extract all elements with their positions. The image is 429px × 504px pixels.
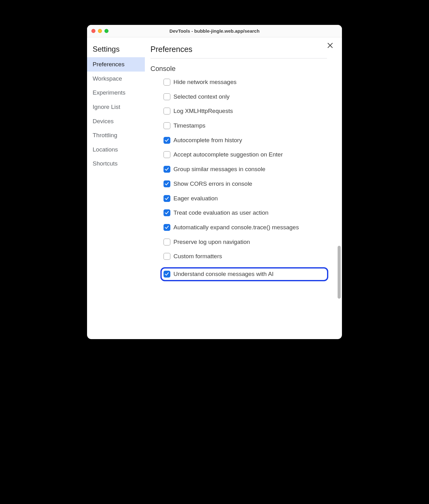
option-label: Understand console messages with AI — [173, 270, 323, 278]
option-label: Custom formatters — [173, 253, 327, 260]
checkbox[interactable] — [164, 271, 170, 278]
sidebar-item-label: Throttling — [93, 132, 117, 138]
option-label: Group similar messages in console — [173, 166, 327, 173]
sidebar-item-label: Experiments — [93, 89, 126, 96]
page-title: Preferences — [150, 45, 327, 58]
window-title: DevTools - bubble-jingle.web.app/search — [87, 28, 342, 34]
option-row: Group similar messages in console — [164, 166, 327, 173]
option-row: Show CORS errors in console — [164, 180, 327, 188]
sidebar-item-label: Ignore List — [93, 104, 120, 110]
checkbox[interactable] — [164, 166, 170, 173]
option-row: Autocomplete from history — [164, 137, 327, 144]
option-label: Automatically expand console.trace() mes… — [173, 224, 327, 231]
option-label: Hide network messages — [173, 78, 327, 86]
checkbox[interactable] — [164, 253, 170, 260]
sidebar-item-preferences[interactable]: Preferences — [87, 57, 145, 72]
option-row: Log XMLHttpRequests — [164, 107, 327, 115]
option-label: Selected context only — [173, 93, 327, 101]
option-row: Understand console messages with AI — [160, 267, 328, 281]
sidebar-item-throttling[interactable]: Throttling — [87, 128, 145, 142]
titlebar: DevTools - bubble-jingle.web.app/search — [87, 25, 342, 37]
sidebar-item-devices[interactable]: Devices — [87, 114, 145, 128]
preferences-pane: Preferences Console Hide network message… — [145, 37, 342, 339]
option-label: Log XMLHttpRequests — [173, 107, 327, 115]
option-label: Show CORS errors in console — [173, 180, 327, 188]
settings-sidebar: Settings PreferencesWorkspaceExperiments… — [87, 37, 145, 339]
checkbox[interactable] — [164, 79, 170, 86]
zoom-window-button[interactable] — [104, 29, 108, 33]
sidebar-item-label: Preferences — [93, 61, 124, 68]
settings-panel: Settings PreferencesWorkspaceExperiments… — [87, 37, 342, 339]
sidebar-item-ignore-list[interactable]: Ignore List — [87, 100, 145, 114]
sidebar-item-workspace[interactable]: Workspace — [87, 72, 145, 86]
sidebar-item-label: Locations — [93, 146, 118, 153]
option-row: Treat code evaluation as user action — [164, 209, 327, 217]
scrollbar-track — [338, 100, 341, 330]
option-row: Selected context only — [164, 93, 327, 101]
option-row: Hide network messages — [164, 78, 327, 86]
checkbox[interactable] — [164, 137, 170, 144]
option-row: Automatically expand console.trace() mes… — [164, 224, 327, 231]
option-label: Accept autocomplete suggestion on Enter — [173, 151, 327, 159]
sidebar-item-label: Devices — [93, 118, 114, 124]
option-label: Autocomplete from history — [173, 137, 327, 144]
checkbox[interactable] — [164, 93, 170, 100]
option-label: Eager evaluation — [173, 195, 327, 203]
settings-heading: Settings — [87, 45, 145, 57]
option-row: Accept autocomplete suggestion on Enter — [164, 151, 327, 159]
checkbox[interactable] — [164, 239, 170, 245]
scrollbar-thumb[interactable] — [338, 246, 341, 299]
checkbox[interactable] — [164, 195, 170, 202]
sidebar-item-locations[interactable]: Locations — [87, 142, 145, 157]
checkbox[interactable] — [164, 209, 170, 216]
checkbox[interactable] — [164, 108, 170, 114]
checkbox[interactable] — [164, 122, 170, 129]
section-title-console: Console — [150, 65, 327, 73]
devtools-window: DevTools - bubble-jingle.web.app/search … — [87, 25, 342, 339]
option-label: Preserve log upon navigation — [173, 238, 327, 246]
option-label: Treat code evaluation as user action — [173, 209, 327, 217]
option-label: Timestamps — [173, 122, 327, 130]
checkbox[interactable] — [164, 180, 170, 187]
option-row: Custom formatters — [164, 253, 327, 260]
option-row: Preserve log upon navigation — [164, 238, 327, 246]
close-window-button[interactable] — [91, 29, 95, 33]
option-row: Eager evaluation — [164, 195, 327, 203]
checkbox[interactable] — [164, 224, 170, 231]
minimize-window-button[interactable] — [98, 29, 102, 33]
checkbox[interactable] — [164, 151, 170, 158]
sidebar-item-shortcuts[interactable]: Shortcuts — [87, 156, 145, 171]
sidebar-item-label: Shortcuts — [93, 160, 118, 167]
traffic-lights — [91, 29, 108, 33]
option-row: Timestamps — [164, 122, 327, 130]
sidebar-item-experiments[interactable]: Experiments — [87, 86, 145, 100]
sidebar-item-label: Workspace — [93, 75, 122, 82]
